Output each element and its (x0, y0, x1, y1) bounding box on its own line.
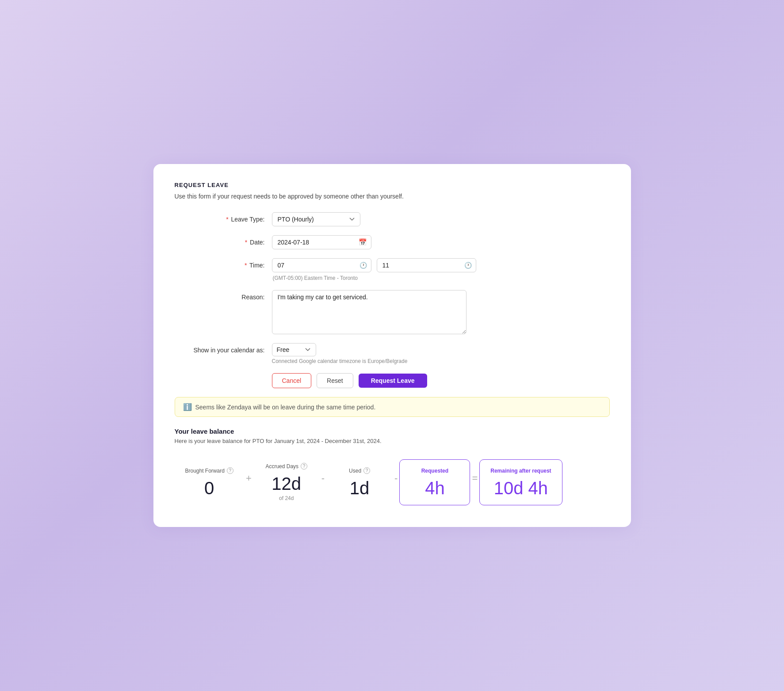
time-inputs: 🕐 🕐 (272, 258, 476, 272)
info-icon: ℹ️ (183, 403, 192, 411)
request-leave-card: REQUEST LEAVE Use this form if your requ… (153, 164, 631, 527)
time-start-input[interactable] (272, 258, 371, 272)
accrued-days-value: 12d (272, 475, 301, 492)
date-label: * Date: (175, 235, 272, 246)
used-label: Used ? (349, 467, 370, 474)
timezone-hint: (GMT-05:00) Eastern Time - Toronto (273, 275, 476, 281)
time-start-wrapper: 🕐 (272, 258, 371, 272)
time-label: * Time: (175, 258, 272, 269)
calendar-select-group: Free Busy Tentative Connected Google cal… (272, 343, 408, 364)
accrued-days-help-icon[interactable]: ? (301, 463, 307, 470)
required-star: * (226, 216, 228, 223)
leave-type-select[interactable]: PTO (Hourly) PTO (Daily) Sick Leave Pers… (272, 212, 360, 226)
reason-label: Reason: (175, 290, 272, 301)
calendar-hint: Connected Google calendar timezone is Eu… (272, 358, 408, 364)
accrued-days-label: Accrued Days ? (265, 463, 307, 470)
balance-subtitle: Here is your leave balance for PTO for J… (175, 438, 610, 444)
minus-operator-2: - (393, 473, 399, 484)
accrued-days-cell: Accrued Days ? 12d of 24d (253, 455, 320, 509)
plus-operator: + (244, 473, 253, 484)
requested-value: 4h (425, 479, 445, 497)
reason-row: Reason: I'm taking my car to get service… (175, 290, 610, 334)
alert-banner: ℹ️ Seems like Zendaya will be on leave d… (175, 397, 610, 417)
requested-cell: Requested 4h (399, 459, 470, 505)
equals-operator: = (470, 473, 479, 484)
button-row: Cancel Reset Request Leave (272, 373, 610, 388)
leave-type-label: * Leave Type: (175, 212, 272, 223)
remaining-value: 10d 4h (494, 479, 548, 497)
balance-grid: Brought Forward ? 0 + Accrued Days ? 12d… (175, 455, 610, 509)
brought-forward-value: 0 (204, 479, 214, 497)
balance-title: Your leave balance (175, 428, 610, 435)
leave-type-row: * Leave Type: PTO (Hourly) PTO (Daily) S… (175, 212, 610, 226)
brought-forward-label: Brought Forward ? (185, 467, 233, 474)
page-subtitle: Use this form if your request needs to b… (175, 193, 610, 200)
leave-balance-section: Your leave balance Here is your leave ba… (175, 428, 610, 509)
minus-operator-1: - (320, 473, 326, 484)
alert-message: Seems like Zendaya will be on leave duri… (195, 404, 376, 411)
request-leave-button[interactable]: Request Leave (359, 374, 427, 388)
reset-button[interactable]: Reset (317, 373, 353, 388)
used-help-icon[interactable]: ? (363, 467, 370, 474)
page-title: REQUEST LEAVE (175, 182, 610, 188)
date-row: * Date: 📅 (175, 235, 610, 249)
requested-label: Requested (421, 468, 448, 474)
cancel-button[interactable]: Cancel (272, 373, 312, 388)
time-end-input[interactable] (377, 258, 476, 272)
calendar-select[interactable]: Free Busy Tentative (272, 343, 316, 356)
calendar-label: Show in your calendar as: (175, 343, 272, 354)
date-input[interactable] (272, 235, 371, 249)
calendar-row: Show in your calendar as: Free Busy Tent… (175, 343, 610, 364)
date-wrapper: 📅 (272, 235, 371, 249)
brought-forward-help-icon[interactable]: ? (227, 467, 233, 474)
required-star-date: * (245, 239, 247, 246)
brought-forward-cell: Brought Forward ? 0 (175, 459, 244, 505)
remaining-label: Remaining after request (490, 468, 551, 474)
time-group: 🕐 🕐 (GMT-05:00) Eastern Time - Toronto (272, 258, 476, 281)
accrued-days-sub: of 24d (279, 495, 294, 501)
time-row: * Time: 🕐 🕐 (GMT-05:00) Eastern Time - T… (175, 258, 610, 281)
reason-textarea[interactable]: I'm taking my car to get serviced. (272, 290, 467, 334)
remaining-cell: Remaining after request 10d 4h (479, 459, 562, 505)
used-cell: Used ? 1d (326, 459, 393, 505)
required-star-time: * (245, 262, 247, 269)
used-value: 1d (350, 479, 370, 497)
time-end-wrapper: 🕐 (377, 258, 476, 272)
